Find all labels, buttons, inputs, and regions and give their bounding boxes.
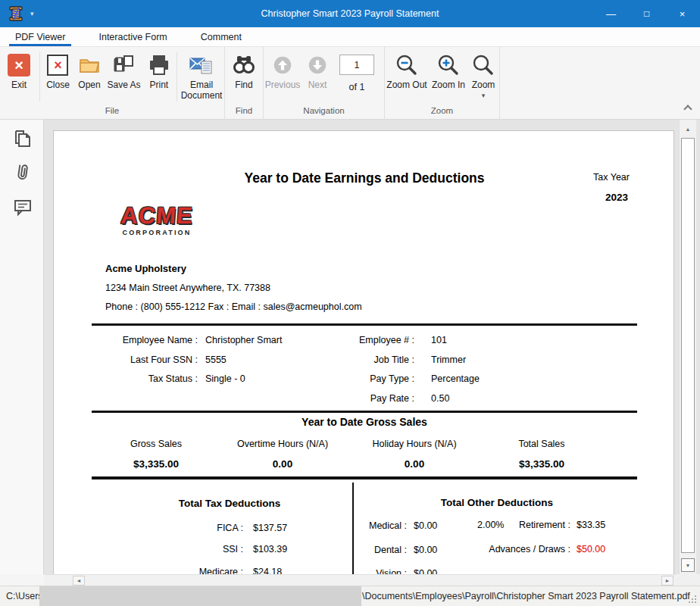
- ssi-value: $103.39: [253, 544, 287, 554]
- page-number-widget: of 1: [339, 50, 374, 92]
- medicare-value: $24.18: [253, 567, 282, 574]
- ssi-label: SSI :: [130, 544, 243, 554]
- pdf-viewport[interactable]: Year to Date Earnings and Deductions Tax…: [45, 120, 679, 574]
- company-address: 1234 Main Street Anywhere, TX. 77388: [105, 283, 270, 293]
- tab-interactive-form[interactable]: Interactive Form: [91, 27, 174, 46]
- gross-sales-title: Year to Date Gross Sales: [54, 416, 675, 428]
- email-document-button[interactable]: Email Document: [179, 50, 224, 102]
- dental-value: $0.00: [414, 545, 437, 555]
- retirement-value: $33.35: [577, 520, 605, 530]
- zoom-in-icon: [436, 52, 461, 78]
- gross-sales-value: $3,335.00: [103, 458, 209, 470]
- tab-pdf-viewer[interactable]: PDF Viewer: [8, 27, 73, 46]
- vertical-scrollbar[interactable]: ▲ ▼: [679, 120, 696, 574]
- fica-value: $137.57: [253, 523, 287, 533]
- divider: [39, 52, 40, 102]
- medicare-label: Medicare :: [130, 567, 243, 574]
- find-binoculars-icon: [231, 52, 257, 78]
- close-document-button[interactable]: × Close: [42, 50, 74, 91]
- acme-logo-text: ACME: [111, 204, 203, 227]
- page-number-input[interactable]: [339, 55, 374, 75]
- app-logo-spool-icon[interactable]: [8, 5, 24, 22]
- zoom-in-button[interactable]: Zoom In: [429, 50, 468, 91]
- close-window-button[interactable]: ×: [664, 0, 700, 27]
- company-name: Acme Upholstery: [105, 263, 186, 274]
- zoom-out-icon: [394, 52, 420, 78]
- pay-rate-label: Pay Rate :: [281, 393, 414, 404]
- app-window: ▾ Christopher Smart 2023 Payroll Stateme…: [0, 0, 700, 606]
- vision-label: Vision :: [331, 568, 407, 574]
- job-title-label: Job Title :: [281, 355, 414, 365]
- minimize-button[interactable]: —: [593, 0, 629, 27]
- page-thumbnails-icon[interactable]: [12, 129, 33, 149]
- employee-number-value: 101: [431, 335, 447, 345]
- print-button[interactable]: Print: [143, 50, 176, 91]
- divider-rule: [92, 411, 637, 413]
- employee-name-label: Employee Name :: [54, 335, 198, 345]
- statusbar: C:\Users \Documents\Employees\Payroll\Ch…: [0, 586, 700, 606]
- ribbon-tabbar: PDF Viewer Interactive Form Comment: [0, 27, 700, 47]
- pay-rate-value: 0.50: [431, 393, 449, 404]
- scroll-down-arrow-icon[interactable]: ▼: [681, 558, 695, 572]
- close-document-icon: ×: [45, 52, 70, 78]
- print-icon: [146, 52, 172, 78]
- medical-value: $0.00: [414, 520, 437, 531]
- email-document-icon: [189, 52, 214, 78]
- maximize-button[interactable]: □: [629, 0, 664, 27]
- group-label-file: File: [0, 106, 224, 120]
- acme-logo: ACME CORPORATION: [111, 204, 202, 236]
- exit-icon: ×: [6, 52, 32, 78]
- open-folder-icon: [77, 52, 102, 78]
- horizontal-scrollbar[interactable]: ◄ ►: [44, 574, 677, 586]
- tab-comment[interactable]: Comment: [193, 27, 249, 46]
- zoom-out-button[interactable]: Zoom Out: [385, 50, 429, 91]
- company-contact: Phone : (800) 555-1212 Fax : Email : sal…: [105, 301, 362, 312]
- scroll-left-arrow-icon[interactable]: ◄: [73, 576, 85, 586]
- advances-draws-value: $50.00: [577, 544, 605, 554]
- scroll-up-arrow-icon[interactable]: ▲: [681, 122, 695, 136]
- job-title-value: Trimmer: [431, 355, 466, 365]
- tax-status-value: Single - 0: [205, 373, 245, 384]
- file-path: \Documents\Employees\Payroll\Christopher…: [362, 591, 690, 601]
- scroll-right-arrow-icon[interactable]: ►: [661, 576, 673, 586]
- dental-label: Dental :: [331, 545, 407, 555]
- other-deductions-title: Total Other Deductions: [406, 497, 588, 508]
- save-as-button[interactable]: Save As: [105, 50, 142, 91]
- open-button[interactable]: Open: [74, 50, 105, 91]
- resize-grip[interactable]: [687, 594, 696, 603]
- vertical-scrollbar-thumb[interactable]: [681, 138, 695, 553]
- attachments-paperclip-icon[interactable]: [12, 162, 33, 183]
- total-sales-header: Total Sales: [489, 439, 595, 449]
- redacted-username-block: [39, 586, 361, 606]
- holiday-hours-header: Holiday Hours (N/A): [354, 439, 475, 449]
- group-label-navigation: Navigation: [264, 106, 384, 120]
- retirement-label: Retirement :: [495, 520, 570, 530]
- ribbon: × Exit × Close Open: [0, 47, 700, 120]
- acme-logo-subtext: CORPORATION: [111, 229, 202, 236]
- ribbon-group-find: Find Find: [225, 47, 264, 120]
- medical-label: Medical :: [331, 520, 407, 531]
- titlebar: ▾ Christopher Smart 2023 Payroll Stateme…: [0, 0, 700, 27]
- group-label-find: Find: [225, 106, 263, 120]
- divider-rule: [92, 476, 637, 479]
- pdf-page: Year to Date Earnings and Deductions Tax…: [53, 130, 674, 574]
- app-menu-caret-icon[interactable]: ▾: [30, 10, 34, 17]
- tax-deductions-title: Total Tax Deductions: [139, 498, 320, 509]
- zoom-dropdown-button[interactable]: Zoom ▾: [468, 50, 498, 99]
- next-page-button[interactable]: Next: [302, 50, 333, 91]
- save-as-icon: [111, 52, 136, 78]
- previous-icon: [270, 52, 295, 78]
- pay-type-label: Pay Type :: [281, 373, 414, 384]
- employee-number-label: Employee # :: [281, 335, 414, 345]
- find-button[interactable]: Find: [226, 50, 262, 91]
- advances-draws-label: Advances / Draws :: [463, 544, 570, 554]
- exit-button[interactable]: × Exit: [0, 50, 38, 91]
- total-sales-value: $3,335.00: [489, 458, 595, 470]
- previous-page-button[interactable]: Previous: [264, 50, 302, 91]
- ribbon-group-file: × Exit × Close Open: [0, 47, 225, 120]
- tax-year-label: Tax Year: [593, 172, 630, 183]
- document-area: Year to Date Earnings and Deductions Tax…: [0, 120, 700, 574]
- comments-icon[interactable]: [12, 196, 33, 217]
- next-icon: [305, 52, 330, 78]
- tax-status-label: Tax Status :: [54, 373, 198, 384]
